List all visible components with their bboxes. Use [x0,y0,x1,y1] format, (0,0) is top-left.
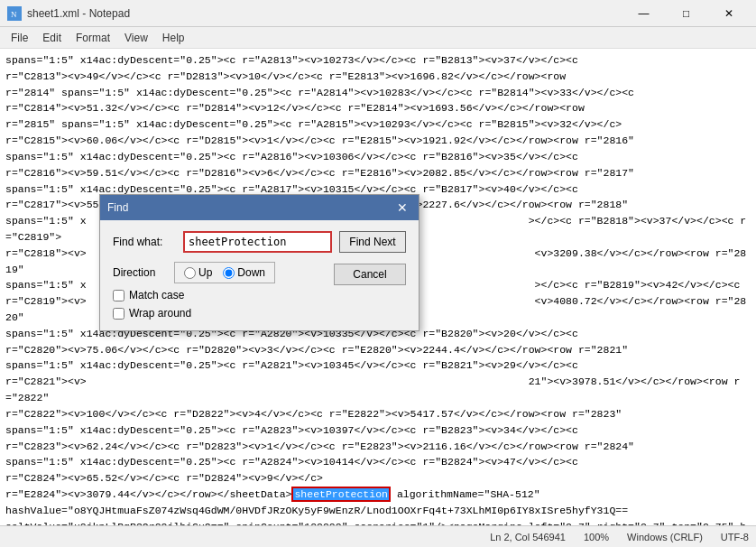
close-button[interactable]: ✕ [708,1,749,26]
find-dialog-title: Find [107,201,128,214]
menu-help[interactable]: Help [155,30,192,46]
wrap-around-container: Wrap around [113,307,321,320]
wrap-around-text: Wrap around [129,307,191,320]
direction-up-option[interactable]: Up [184,266,212,279]
window-title: sheet1.xml - Notepad [27,7,130,20]
cancel-button[interactable]: Cancel [334,264,406,285]
app-icon: N [7,6,22,21]
match-case-text: Match case [129,289,184,301]
title-bar: N sheet1.xml - Notepad — □ ✕ [0,0,756,27]
menu-edit[interactable]: Edit [35,30,69,46]
encoding: UTF-8 [721,532,749,542]
direction-up-label: Up [198,266,212,279]
direction-up-radio[interactable] [184,267,196,279]
direction-label: Direction [113,266,167,279]
find-what-label: Find what: [113,236,176,248]
direction-group: Direction Up Down [113,262,321,283]
match-case-checkbox[interactable] [113,290,124,301]
find-what-input[interactable] [183,231,332,253]
line-endings: Windows (CRLF) [627,532,703,542]
minimize-button[interactable]: — [623,1,664,26]
cursor-position: Ln 2, Col 546941 [490,532,566,542]
find-close-button[interactable]: ✕ [393,199,411,217]
find-what-row: Find what: Find Next [113,231,406,253]
match-case-label[interactable]: Match case [113,289,321,301]
status-bar: Ln 2, Col 546941 100% Windows (CRLF) UTF… [0,525,756,547]
wrap-around-checkbox[interactable] [113,308,124,320]
zoom-level: 100% [584,532,609,542]
find-dialog-body: Find what: Find Next Direction Up [100,220,419,330]
maximize-button[interactable]: □ [666,1,706,26]
highlighted-text: sheetProtection [291,487,391,502]
wrap-around-label[interactable]: Wrap around [113,307,321,320]
direction-radio-group: Up Down [174,262,275,283]
direction-down-radio[interactable] [223,267,235,279]
svg-text:N: N [11,10,17,19]
menu-view[interactable]: View [117,30,155,46]
menu-bar: File Edit Format View Help [0,27,756,49]
menu-format[interactable]: Format [69,30,117,46]
match-case-container: Match case [113,289,321,301]
direction-down-option[interactable]: Down [223,266,265,279]
direction-down-label: Down [237,266,265,279]
find-next-button[interactable]: Find Next [339,231,406,253]
find-dialog: Find ✕ Find what: Find Next Direction [99,194,419,331]
checkboxes-area: Direction Up Down [113,262,321,320]
menu-file[interactable]: File [4,30,35,46]
find-dialog-titlebar: Find ✕ [100,195,419,220]
